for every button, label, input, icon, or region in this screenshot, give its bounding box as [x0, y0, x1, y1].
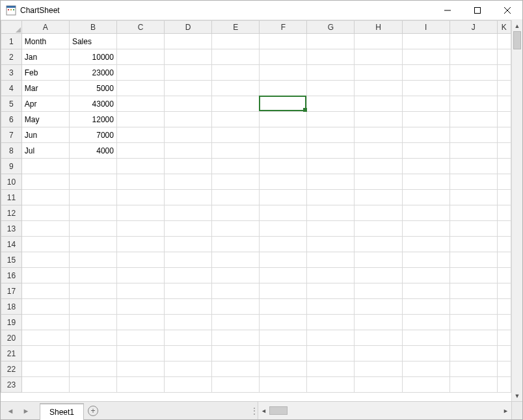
cell[interactable]	[212, 299, 260, 315]
cell[interactable]	[165, 174, 212, 190]
cell[interactable]	[21, 377, 69, 393]
cell[interactable]	[307, 143, 355, 159]
cell[interactable]	[355, 65, 402, 81]
cell[interactable]	[355, 190, 402, 205]
cell[interactable]	[449, 127, 497, 143]
cell[interactable]	[497, 174, 511, 190]
cell[interactable]	[449, 159, 497, 174]
cell[interactable]	[402, 283, 449, 299]
tab-scroll-split-grip[interactable]: ⋮	[251, 402, 258, 419]
horizontal-scroll-track[interactable]	[269, 405, 500, 416]
cell[interactable]	[497, 346, 511, 361]
cell[interactable]	[497, 34, 511, 49]
cell[interactable]	[260, 346, 307, 361]
cell[interactable]	[497, 221, 511, 237]
cell[interactable]	[165, 237, 212, 252]
cell[interactable]	[165, 283, 212, 299]
cell[interactable]	[165, 330, 212, 346]
row-header[interactable]: 2	[1, 49, 22, 65]
column-header[interactable]: H	[355, 21, 402, 34]
cell[interactable]	[402, 143, 449, 159]
vertical-scroll-track[interactable]	[512, 31, 522, 390]
cell[interactable]	[260, 330, 307, 346]
cell[interactable]	[165, 159, 212, 174]
cell[interactable]	[449, 283, 497, 299]
cell[interactable]	[307, 299, 355, 315]
cell[interactable]	[21, 299, 69, 315]
cell[interactable]	[21, 159, 69, 174]
cell[interactable]	[449, 49, 497, 65]
cell[interactable]	[69, 361, 116, 377]
cell[interactable]	[116, 283, 164, 299]
cell[interactable]	[116, 96, 164, 112]
cell[interactable]	[497, 143, 511, 159]
cell[interactable]	[497, 268, 511, 283]
cell[interactable]	[497, 361, 511, 377]
cell[interactable]	[260, 299, 307, 315]
cell[interactable]	[69, 205, 116, 221]
cell[interactable]	[497, 81, 511, 96]
cell[interactable]	[116, 205, 164, 221]
cell[interactable]	[260, 143, 307, 159]
cell[interactable]	[260, 65, 307, 81]
cell[interactable]	[307, 221, 355, 237]
row-header[interactable]: 11	[1, 190, 22, 205]
cell[interactable]	[116, 190, 164, 205]
cell[interactable]	[497, 49, 511, 65]
cell[interactable]	[116, 143, 164, 159]
cell[interactable]	[116, 81, 164, 96]
cell[interactable]	[260, 221, 307, 237]
cell[interactable]	[307, 127, 355, 143]
add-sheet-button[interactable]: +	[84, 402, 102, 419]
cell[interactable]	[449, 65, 497, 81]
cell[interactable]	[402, 330, 449, 346]
cell[interactable]	[449, 112, 497, 127]
horizontal-scrollbar[interactable]: ◄ ►	[258, 402, 511, 419]
cell[interactable]: Month	[21, 34, 69, 49]
cell[interactable]	[497, 65, 511, 81]
resize-grip[interactable]	[511, 402, 522, 419]
cell[interactable]	[260, 34, 307, 49]
sheet-tab-sheet1[interactable]: Sheet1	[40, 403, 84, 420]
cell[interactable]	[212, 268, 260, 283]
cell[interactable]	[307, 205, 355, 221]
column-header[interactable]: G	[307, 21, 355, 34]
row-header[interactable]: 5	[1, 96, 22, 112]
cell[interactable]	[402, 299, 449, 315]
cell[interactable]	[497, 237, 511, 252]
cell[interactable]	[449, 346, 497, 361]
cell[interactable]	[307, 315, 355, 330]
tab-nav-prev-button[interactable]: ◄	[3, 404, 18, 418]
close-button[interactable]	[492, 1, 522, 20]
row-header[interactable]: 21	[1, 346, 22, 361]
cell[interactable]	[307, 49, 355, 65]
cell[interactable]	[449, 96, 497, 112]
cell[interactable]	[402, 377, 449, 393]
cell[interactable]	[260, 205, 307, 221]
cell[interactable]	[402, 190, 449, 205]
cell[interactable]	[212, 65, 260, 81]
cell[interactable]	[212, 174, 260, 190]
cell[interactable]	[497, 190, 511, 205]
cell[interactable]	[165, 49, 212, 65]
cell[interactable]	[355, 252, 402, 268]
cell[interactable]: 5000	[69, 81, 116, 96]
row-header[interactable]: 19	[1, 315, 22, 330]
cell[interactable]	[212, 96, 260, 112]
cell[interactable]	[212, 205, 260, 221]
cell[interactable]	[165, 65, 212, 81]
cell[interactable]	[260, 190, 307, 205]
cell[interactable]	[165, 190, 212, 205]
cell[interactable]	[212, 283, 260, 299]
cell[interactable]	[165, 127, 212, 143]
cell[interactable]	[116, 174, 164, 190]
cell[interactable]	[116, 299, 164, 315]
row-header[interactable]: 13	[1, 221, 22, 237]
cell[interactable]	[165, 34, 212, 49]
cell[interactable]	[165, 299, 212, 315]
cell[interactable]	[21, 330, 69, 346]
cell[interactable]	[355, 81, 402, 96]
cell[interactable]	[307, 361, 355, 377]
cell[interactable]	[260, 49, 307, 65]
scroll-right-arrow-icon[interactable]: ►	[500, 405, 511, 416]
